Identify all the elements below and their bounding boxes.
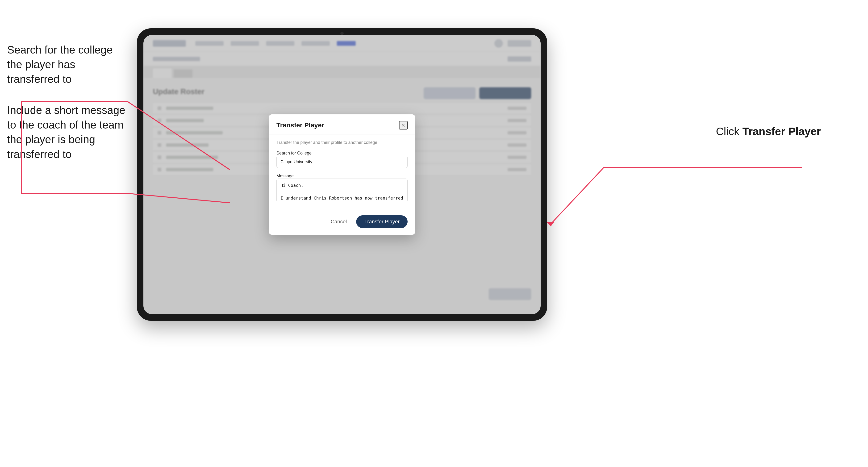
annotation-search-text: Search for the college the player has tr… bbox=[7, 42, 130, 86]
college-label: Search for College bbox=[276, 151, 312, 155]
modal-overlay: Transfer Player × Transfer the player an… bbox=[144, 35, 540, 314]
message-label: Message bbox=[276, 174, 294, 178]
message-textarea[interactable] bbox=[276, 179, 408, 202]
modal-footer: Cancel Transfer Player bbox=[269, 211, 415, 235]
transfer-player-modal: Transfer Player × Transfer the player an… bbox=[269, 115, 415, 235]
college-search-input[interactable] bbox=[276, 156, 408, 168]
annotation-message-text: Include a short message to the coach of … bbox=[7, 103, 130, 161]
tablet-frame: Update Roster Transfer Player × bbox=[137, 28, 547, 321]
modal-header: Transfer Player × bbox=[269, 115, 415, 134]
modal-title: Transfer Player bbox=[276, 121, 324, 129]
svg-marker-7 bbox=[547, 222, 554, 226]
tablet-screen: Update Roster Transfer Player × bbox=[144, 35, 540, 314]
annotation-click-text: Click Transfer Player bbox=[716, 125, 821, 138]
modal-body: Transfer the player and their profile to… bbox=[269, 134, 415, 211]
modal-close-button[interactable]: × bbox=[399, 121, 408, 129]
annotation-right-block: Click Transfer Player bbox=[716, 125, 821, 138]
svg-line-5 bbox=[550, 167, 604, 225]
transfer-player-button[interactable]: Transfer Player bbox=[356, 215, 408, 228]
modal-description: Transfer the player and their profile to… bbox=[276, 140, 408, 145]
annotation-left-block: Search for the college the player has tr… bbox=[7, 42, 130, 161]
cancel-button[interactable]: Cancel bbox=[326, 216, 351, 227]
